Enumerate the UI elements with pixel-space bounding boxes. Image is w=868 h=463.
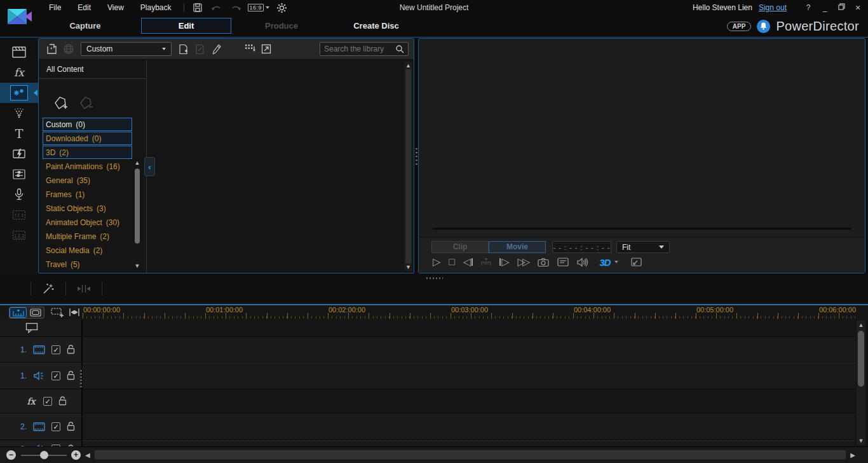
sidebar-item-particle-room[interactable] (0, 103, 38, 123)
preview-quality-button[interactable] (557, 256, 569, 268)
redo-button[interactable] (226, 0, 245, 15)
notification-bell-icon[interactable] (757, 20, 770, 33)
scrollbar-thumb[interactable] (858, 331, 864, 387)
menu-playback[interactable]: Playback (132, 0, 180, 15)
track-enable-checkbox[interactable]: ✓ (43, 397, 52, 406)
category-3d[interactable]: 3D(2) (43, 146, 132, 159)
sidebar-item-transition-room[interactable] (0, 144, 38, 164)
collapse-category-panel-button[interactable]: ‹ (144, 157, 155, 176)
category-frames[interactable]: Frames(1) (43, 188, 132, 201)
preview-zoom-dropdown[interactable]: Fit (616, 241, 670, 253)
sidebar-item-voice-over-room[interactable] (0, 184, 38, 205)
snapshot-camera-button[interactable] (538, 256, 549, 268)
preview-viewport[interactable] (419, 39, 865, 237)
effect-track-header[interactable]: fx ✓ (0, 389, 81, 413)
storyboard-view-button[interactable] (27, 307, 44, 318)
settings-gear-button[interactable] (272, 0, 291, 15)
scrollbar-thumb[interactable] (95, 450, 846, 459)
library-search-input[interactable] (324, 45, 395, 53)
volume-button[interactable] (577, 256, 588, 268)
scroll-down-icon[interactable]: ▼ (404, 264, 412, 270)
library-search[interactable] (320, 42, 409, 56)
sidebar-item-effects-room[interactable]: fx (0, 62, 38, 83)
video-track-1-header[interactable]: 1. ✓ (0, 337, 81, 363)
menu-view[interactable]: View (99, 0, 132, 15)
scrollbar-thumb[interactable] (135, 169, 140, 244)
category-multiple-frame[interactable]: Multiple Frame(2) (43, 230, 132, 243)
scroll-left-icon[interactable]: ◀ (85, 452, 90, 459)
timecode-display[interactable]: - - : - - : - - : - - (552, 241, 611, 253)
fast-forward-button[interactable]: ▷▷ (518, 256, 527, 268)
video-track-1-content[interactable] (83, 337, 855, 363)
lock-icon[interactable] (67, 422, 75, 431)
lock-icon[interactable] (67, 345, 75, 354)
category-social-media[interactable]: Social Media(2) (43, 244, 132, 257)
track-enable-checkbox[interactable]: ✓ (51, 422, 60, 431)
category-static-objects[interactable]: Static Objects(3) (43, 202, 132, 215)
scroll-up-icon[interactable]: ▲ (133, 160, 141, 166)
scrollbar-thumb[interactable] (405, 69, 411, 263)
3d-mode-button[interactable]: 3D (599, 256, 610, 268)
track-enable-checkbox[interactable]: ✓ (51, 345, 60, 354)
marker-track-content[interactable] (83, 319, 855, 337)
zoom-in-button[interactable]: + (71, 450, 81, 460)
timeline-view-button[interactable] (10, 307, 27, 318)
category-custom[interactable]: Custom(0) (43, 118, 132, 131)
new-folder-button[interactable] (175, 41, 192, 57)
play-button[interactable]: ▷ (433, 256, 440, 268)
library-filter-dropdown[interactable]: Custom (81, 42, 172, 56)
library-content-scrollbar[interactable]: ▲ ▼ (404, 62, 412, 271)
undo-button[interactable] (207, 0, 226, 15)
stop-button[interactable]: □ (449, 256, 455, 268)
scroll-right-icon[interactable]: ▶ (850, 452, 855, 459)
library-menu-grid-button[interactable] (241, 41, 258, 57)
scroll-up-icon[interactable]: ▲ (857, 322, 865, 328)
scroll-down-icon[interactable]: ▼ (133, 263, 141, 269)
video-track-2-header[interactable]: 2. ✓ (0, 413, 81, 440)
add-track-button[interactable] (51, 307, 64, 317)
category-downloaded[interactable]: Downloaded(0) (43, 132, 132, 145)
zoom-slider-knob[interactable] (40, 451, 48, 459)
sidebar-item-subtitle-room[interactable]: 1 2 3 (0, 225, 38, 245)
tab-produce[interactable]: Produce (253, 15, 310, 37)
tab-create-disc[interactable]: Create Disc (346, 15, 407, 37)
pencil-edit-button[interactable] (208, 41, 225, 57)
marker-track-header[interactable] (0, 319, 81, 337)
tab-capture[interactable]: Capture (56, 15, 114, 37)
3d-options-caret[interactable] (614, 261, 618, 263)
timeline-ruler[interactable]: 00:00:00:00 00:01:00:00 00:02:00:00 00:0… (83, 305, 855, 319)
category-travel[interactable]: Travel(5) (43, 258, 132, 271)
tab-edit-active[interactable]: Edit (141, 18, 231, 34)
sign-out-link[interactable]: Sign out (759, 3, 787, 12)
audio-track-1-header[interactable]: 1. ✓ (0, 363, 81, 389)
scroll-up-icon[interactable]: ▲ (404, 62, 412, 69)
effect-track-content[interactable] (83, 389, 855, 413)
category-scrollbar[interactable]: ▲ ▼ (133, 160, 141, 269)
movie-mode-button[interactable]: Movie (489, 241, 546, 253)
sidebar-item-pip-objects-room[interactable] (0, 83, 38, 103)
app-badge[interactable]: APP (727, 22, 752, 31)
sidebar-item-audio-mixing-room[interactable] (0, 164, 38, 184)
timeline-vertical-scrollbar[interactable]: ▲ ▼ (857, 321, 865, 445)
add-tag-icon[interactable] (53, 95, 69, 111)
edit-tag-button[interactable] (192, 41, 208, 57)
menu-file[interactable]: File (41, 0, 69, 15)
all-content-label[interactable]: All Content (39, 60, 146, 79)
sidebar-item-chapter-room[interactable]: f 2 3 (0, 205, 38, 225)
audio-track-1-content[interactable] (83, 363, 855, 389)
sidebar-item-title-room[interactable]: T (0, 123, 38, 144)
close-button[interactable]: × (853, 3, 863, 13)
menu-edit[interactable]: Edit (69, 0, 99, 15)
magic-wand-tool-button[interactable] (41, 282, 55, 296)
category-paint-animations[interactable]: Paint Animations(16) (43, 160, 132, 173)
category-general[interactable]: General(35) (43, 174, 132, 187)
help-button[interactable]: ? (803, 3, 813, 12)
sidebar-item-media-room[interactable] (0, 42, 38, 62)
panel-splitter-grip-icon[interactable] (426, 277, 443, 279)
previous-frame-button[interactable]: ◁ (463, 256, 473, 268)
minimize-button[interactable]: _ (820, 3, 830, 12)
timeline-horizontal-scrollbar[interactable] (94, 450, 846, 460)
aspect-ratio-dropdown[interactable]: 16:9 (245, 0, 273, 15)
expand-library-button[interactable] (258, 41, 275, 57)
scroll-down-icon[interactable]: ▼ (857, 438, 865, 444)
